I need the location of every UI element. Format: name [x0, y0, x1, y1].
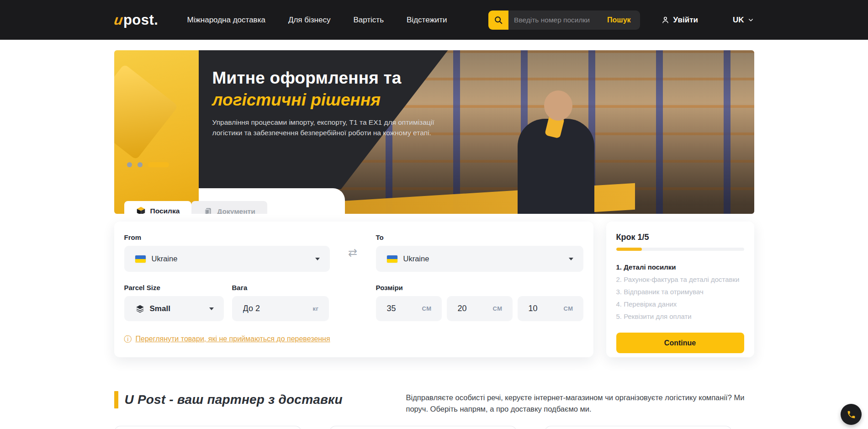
hero-description: Управління процесами імпорту, експорту, … [212, 117, 443, 138]
search-icon [493, 15, 503, 25]
restricted-items-link-text: Переглянути товари, які не приймаються д… [136, 335, 330, 343]
height-input[interactable] [529, 304, 552, 313]
direction-card-1[interactable] [114, 426, 302, 429]
document-icon [203, 207, 212, 214]
length-input-wrap: СМ [376, 296, 442, 321]
tab-documents-label: Документи [217, 207, 255, 214]
width-unit: СМ [492, 305, 502, 312]
language-selector[interactable]: UK [733, 16, 754, 25]
intro-paragraph: Відправляєте особисті речі, керуєте інте… [406, 392, 754, 415]
phone-icon [847, 410, 856, 419]
chevron-down-icon [747, 16, 754, 23]
direction-card-3[interactable] [545, 426, 732, 429]
steps-list: 1. Деталі посилки 2. Рахунок-фактура та … [616, 261, 744, 323]
length-unit: СМ [422, 305, 431, 312]
parcel-size-select[interactable]: Small [124, 296, 224, 321]
nav-for-business[interactable]: Для бізнесу [288, 16, 331, 25]
logo-text: post. [123, 12, 159, 28]
step-item-2: 2. Рахунок-фактура та деталі доставки [616, 273, 744, 286]
heading-accent-bar [114, 391, 118, 408]
login-button[interactable]: Увійти [661, 16, 698, 25]
shipment-type-tabs: Посилка Документи [124, 201, 267, 214]
caret-down-icon [569, 258, 573, 260]
weight-unit: кг [313, 305, 319, 312]
main-nav: Міжнародна доставка Для бізнесу Вартість… [187, 16, 447, 25]
step-item-3: 3. Відправник та отримувач [616, 286, 744, 298]
ukraine-flag-icon [387, 255, 397, 263]
shipment-calculator-card: From Ukraine ⇄ To Ukraine [114, 222, 593, 357]
step-item-1: 1. Деталі посилки [616, 261, 744, 273]
parcel-box-icon [136, 206, 146, 214]
weight-input-wrap: кг [232, 296, 329, 321]
user-icon [661, 16, 670, 24]
weight-input[interactable] [243, 304, 289, 313]
intro-section: U Post - ваш партнер з доставки Відправл… [114, 391, 754, 415]
tracking-search: Пошук [488, 11, 640, 30]
progress-bar-fill [616, 248, 642, 251]
tab-documents[interactable]: Документи [191, 201, 267, 214]
width-input[interactable] [458, 304, 482, 313]
hero-subtitle: логістичні рішення [212, 90, 459, 110]
to-country-select[interactable]: Ukraine [376, 246, 583, 272]
search-icon-button[interactable] [488, 11, 508, 30]
info-icon: ⓘ [124, 335, 132, 343]
step-item-5: 5. Реквізити для оплати [616, 310, 744, 323]
continue-button[interactable]: Continue [616, 333, 744, 353]
tab-parcel-label: Посилка [150, 207, 180, 214]
step-item-4: 4. Перевірка даних [616, 298, 744, 310]
language-code: UK [733, 16, 744, 25]
courier-head-shape [544, 90, 572, 121]
caret-down-icon [209, 307, 214, 310]
tab-parcel[interactable]: Посилка [124, 201, 192, 214]
carousel-dot-1[interactable] [127, 162, 132, 167]
ukraine-flag-icon [135, 255, 146, 263]
top-navigation-bar: upost. Міжнародна доставка Для бізнесу В… [0, 0, 868, 40]
step-counter: Крок 1/5 [616, 233, 744, 242]
from-label: From [124, 233, 330, 241]
height-input-wrap: СМ [518, 296, 583, 321]
caret-down-icon [315, 258, 320, 260]
logo-mark: u [113, 12, 124, 28]
restricted-items-link[interactable]: ⓘ Переглянути товари, які не приймаються… [124, 335, 583, 343]
from-country-value: Ukraine [152, 254, 178, 263]
carousel-dots [127, 162, 169, 167]
layers-icon [135, 304, 145, 313]
hero-title: Митне оформлення та [212, 69, 459, 88]
intro-heading: U Post - ваш партнер з доставки [125, 392, 343, 407]
direction-cards-row [114, 426, 754, 429]
width-input-wrap: СМ [447, 296, 513, 321]
direction-card-2[interactable] [329, 426, 517, 429]
parcel-size-value: Small [150, 304, 170, 313]
nav-international-delivery[interactable]: Міжнародна доставка [187, 16, 265, 25]
search-submit-button[interactable]: Пошук [604, 16, 634, 24]
upost-logo[interactable]: upost. [114, 12, 159, 28]
progress-bar [616, 248, 744, 251]
tracking-number-input[interactable] [508, 16, 604, 24]
parcel-shape [114, 64, 178, 160]
parcel-size-label: Parcel Size [124, 284, 224, 291]
login-label: Увійти [673, 16, 698, 25]
to-label: To [376, 233, 583, 241]
swap-directions-icon[interactable]: ⇄ [348, 246, 357, 259]
hero-banner: Митне оформлення та логістичні рішення У… [114, 50, 754, 214]
checkout-steps-card: Крок 1/5 1. Деталі посилки 2. Рахунок-фа… [606, 222, 754, 357]
dimensions-label: Розміри [376, 284, 583, 291]
from-country-select[interactable]: Ukraine [124, 246, 330, 272]
nav-pricing[interactable]: Вартість [353, 16, 384, 25]
call-fab-button[interactable] [841, 404, 862, 425]
carousel-dot-3-active[interactable] [148, 162, 169, 167]
length-input[interactable] [387, 304, 411, 313]
weight-label: Вага [232, 284, 329, 291]
carousel-dot-2[interactable] [138, 162, 143, 167]
to-country-value: Ukraine [403, 254, 429, 263]
nav-track[interactable]: Відстежити [407, 16, 447, 25]
height-unit: СМ [563, 305, 573, 312]
hero-yellow-panel [114, 50, 199, 214]
